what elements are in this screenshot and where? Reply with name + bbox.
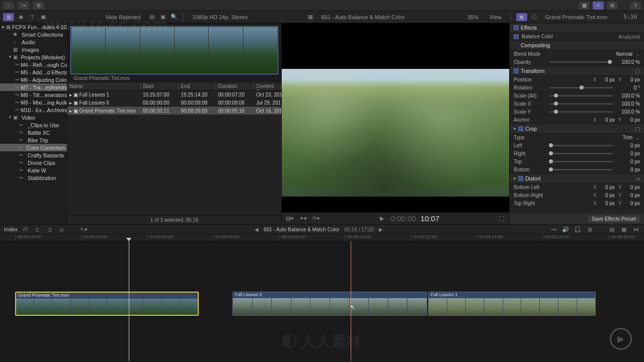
titles-icon[interactable]: T: [28, 13, 36, 21]
angle-icon[interactable]: ▦: [306, 13, 314, 21]
distort-bl-row[interactable]: Bottom Left X0 pxY0 px: [510, 184, 644, 192]
crop-section-header[interactable]: ▶ Crop ▢: [510, 124, 644, 134]
scale-y-row[interactable]: Scale Y 100.0 %: [510, 108, 644, 116]
blend-mode-row[interactable]: Blend Mode Normal⌄: [510, 50, 644, 58]
browser-row[interactable]: ▸ ▣ Fall Leaves 600:00:00:0000:00:08:080…: [67, 99, 281, 107]
balance-color-row[interactable]: Balance Color Analyzed: [510, 33, 644, 41]
sidebar-item[interactable]: ✂M4 - Refi…ough Cut: [0, 61, 67, 68]
distort-section-header[interactable]: ▶ Distort ▱: [510, 174, 644, 184]
clip-appearance-icon[interactable]: ▤: [148, 13, 156, 21]
enhance-dropdown[interactable]: ✦▾: [299, 215, 307, 223]
transform-checkbox[interactable]: [514, 68, 519, 73]
connect-clip-icon[interactable]: ⊓: [22, 225, 30, 233]
layout-list-icon[interactable]: ≡: [593, 2, 604, 10]
anchor-row[interactable]: Anchor X0 pxY0 px: [510, 116, 644, 124]
distort-tr-row[interactable]: Top Right X0 pxY0 px: [510, 200, 644, 208]
audio-skim-icon[interactable]: 🔊: [561, 225, 570, 233]
sidebar-item[interactable]: ✂M10 - Ex…Archiving: [0, 106, 67, 114]
view-dropdown[interactable]: View: [486, 14, 506, 20]
sidebar-item[interactable]: ▼▣Video: [0, 114, 67, 121]
viewer-canvas[interactable]: [282, 23, 509, 212]
rotation-row[interactable]: Rotation 0 °: [510, 84, 644, 92]
sidebar-item[interactable]: ✂M9 - Mixi…ing Audio: [0, 99, 67, 106]
photos-icon[interactable]: ◉: [17, 13, 25, 21]
crop-top-row[interactable]: Top 0 px: [510, 158, 644, 166]
timeline-ruler[interactable]: 00:00:00:0000:00:02:0000:00:04:0000:00:0…: [0, 234, 644, 241]
fullscreen-icon[interactable]: ⛶: [497, 215, 505, 223]
sidebar-item[interactable]: ✂Battle XC: [0, 129, 67, 136]
zoom-dropdown[interactable]: 35%: [463, 14, 482, 20]
filmstrip-preview[interactable]: Grand Prismatic Tint.mov: [67, 23, 281, 82]
timeline-clip[interactable]: Fall Leaves 1: [428, 292, 596, 316]
effects-section-header[interactable]: Effects: [510, 23, 644, 33]
overwrite-clip-icon[interactable]: ⊔: [58, 225, 66, 233]
crop-right-row[interactable]: Right 0 px: [510, 150, 644, 158]
transform-reset-icon[interactable]: ▢: [635, 68, 640, 74]
browser-column-header[interactable]: Name Start End Duration Content Creat: [67, 82, 281, 90]
sidebar-item[interactable]: ✂M6 - Adjusting Color: [0, 76, 67, 83]
skimming-icon[interactable]: ⊶: [549, 225, 557, 233]
snap-icon[interactable]: ⊞: [586, 225, 594, 233]
crop-left-row[interactable]: Left 0 px: [510, 142, 644, 150]
timeline[interactable]: ↖ Grand Prismatic Tint.movFall Leaves 6F…: [0, 241, 644, 361]
hide-rejected-dropdown[interactable]: Hide Rejected: [102, 14, 145, 20]
transform-section-header[interactable]: Transform ▢: [510, 66, 644, 76]
sidebar-item[interactable]: ✂Stabilization: [0, 174, 67, 182]
col-duration[interactable]: Duration: [216, 82, 254, 90]
keyword-button[interactable]: ↪: [18, 2, 29, 10]
scale-all-row[interactable]: Scale (All) 100.0 %: [510, 92, 644, 100]
sidebar-item[interactable]: ♪Audio: [0, 38, 67, 46]
browser-row[interactable]: ▸ ▣ Fall Leaves 115:25:07:0015:25:14:200…: [67, 90, 281, 99]
balance-color-checkbox[interactable]: [514, 34, 519, 39]
sidebar-item[interactable]: ✂_Clips to Use: [0, 121, 67, 129]
generators-icon[interactable]: ▣: [39, 13, 47, 21]
blend-mode-value[interactable]: Normal: [608, 51, 632, 57]
col-start[interactable]: Start: [141, 82, 179, 90]
transitions-browser-icon[interactable]: ⋈: [632, 225, 640, 233]
col-name[interactable]: Name: [67, 82, 141, 90]
sidebar-item[interactable]: ✂M7 - Tra…eyframing: [0, 83, 67, 91]
filter-icon[interactable]: ▣: [159, 13, 167, 21]
sidebar-item[interactable]: ▦Images: [0, 46, 67, 53]
distort-checkbox[interactable]: [518, 176, 523, 181]
insert-clip-icon[interactable]: ⊏: [34, 225, 42, 233]
sidebar-item[interactable]: ✂Color Correction: [0, 144, 67, 151]
sidebar-item[interactable]: ✂Katie W: [0, 166, 67, 174]
playhead[interactable]: [129, 241, 129, 361]
tools-dropdown[interactable]: ↖▾: [80, 225, 88, 233]
sidebar-item[interactable]: ✂M5 - Add…d Effects: [0, 68, 67, 76]
sidebar-item[interactable]: ▼▣Projects (Modules): [0, 53, 67, 61]
sidebar-item[interactable]: ▶▦FCPX Fun…dules 4-10): [0, 23, 67, 31]
crop-checkbox[interactable]: [518, 126, 523, 131]
effects-checkbox[interactable]: [514, 25, 519, 30]
sidebar-item[interactable]: ✂Drone Clips: [0, 159, 67, 166]
position-row[interactable]: Position X0 pxY0 px: [510, 76, 644, 84]
crop-bottom-row[interactable]: Bottom 0 px: [510, 166, 644, 174]
sidebar-item[interactable]: ✱Smart Collections: [0, 31, 67, 38]
distort-tool-icon[interactable]: ▱: [636, 175, 640, 182]
import-button[interactable]: ↓: [3, 2, 14, 10]
effects-browser-icon[interactable]: ▦: [620, 225, 628, 233]
library-icon[interactable]: ▦: [3, 13, 14, 21]
inspector-info-tab[interactable]: ⓘ: [530, 13, 538, 21]
opacity-row[interactable]: Opacity 100.0 %: [510, 58, 644, 66]
retime-dropdown[interactable]: ⟳▾: [312, 215, 320, 223]
sidebar-item[interactable]: ✂M8 - Titl…enerators: [0, 91, 67, 99]
distort-br-row[interactable]: Bottom Right X0 pxY0 px: [510, 192, 644, 200]
scale-x-row[interactable]: Scale X 100.0 %: [510, 100, 644, 108]
index-button[interactable]: Index: [4, 226, 18, 232]
save-effects-preset-button[interactable]: Save Effects Preset: [588, 215, 640, 223]
layout-grid-icon[interactable]: ▦: [579, 2, 590, 10]
append-clip-icon[interactable]: ⊐: [46, 225, 54, 233]
play-button[interactable]: ▶: [378, 215, 386, 223]
col-end[interactable]: End: [179, 82, 216, 90]
sidebar-item[interactable]: ✂Bike Trip: [0, 136, 67, 144]
timeline-clip[interactable]: Fall Leaves 6: [232, 292, 427, 316]
sidebar-item[interactable]: ✂Crafty Bastards: [0, 151, 67, 159]
browser-row[interactable]: ▸ ▣ Grand Prismatic Tint.mov00:00:20:110…: [67, 107, 281, 115]
crop-type-row[interactable]: Type Trim⌄: [510, 134, 644, 142]
compositing-section-header[interactable]: Compositing: [510, 41, 644, 50]
inspector-video-tab[interactable]: ▣: [516, 13, 527, 21]
clip-appearance-dropdown[interactable]: ▤▾: [286, 215, 294, 223]
solo-icon[interactable]: 🎧: [574, 225, 582, 233]
